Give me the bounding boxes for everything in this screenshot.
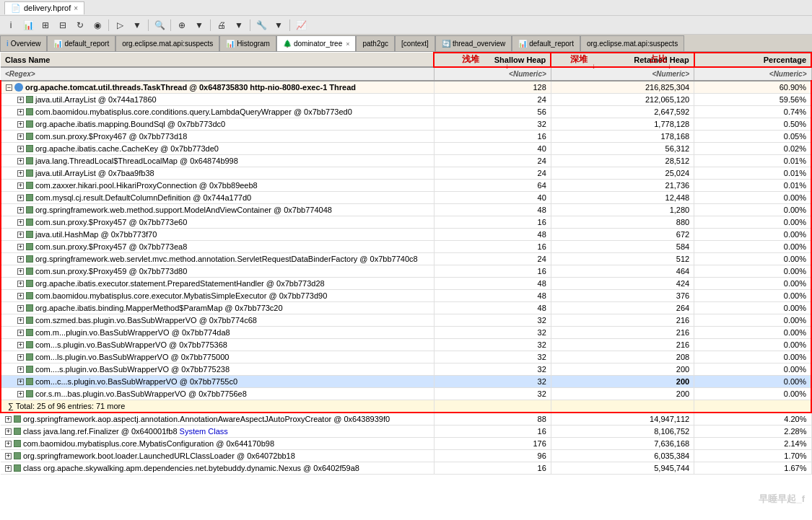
toolbar-dropdown1[interactable]: ▼: [129, 18, 145, 32]
toolbar-plus[interactable]: ⊕: [174, 18, 190, 32]
toolbar-dot[interactable]: ◉: [90, 18, 105, 32]
table-row[interactable]: ∑ Total: 25 of 96 entries: 71 more: [1, 400, 811, 413]
col-shallow-heap[interactable]: Shallow Heap: [434, 53, 551, 67]
toolbar-play[interactable]: ▷: [112, 18, 128, 32]
expand-icon[interactable]: +: [17, 232, 24, 238]
expand-icon[interactable]: +: [17, 133, 24, 140]
expand-icon[interactable]: +: [17, 305, 24, 312]
table-row[interactable]: +class org.apache.skywalking.apm.depende…: [1, 462, 811, 475]
expand-icon[interactable]: +: [17, 354, 24, 361]
sep5: [250, 19, 250, 31]
collapse-icon[interactable]: −: [6, 84, 12, 91]
table-row[interactable]: +org.springframework.boot.loader.Launche…: [1, 450, 811, 462]
table-row[interactable]: +java.util.ArrayList @ 0x744a1786024212,…: [1, 94, 811, 106]
table-row[interactable]: +cor.s.m...bas.plugin.vo.BasSubWrapperVO…: [1, 388, 811, 400]
tab-default-report[interactable]: 📊 default_report: [47, 35, 115, 51]
toolbar-grid[interactable]: ⊞: [38, 18, 53, 32]
table-row[interactable]: +java.util.HashMap @ 0x7bb773f70486720.0…: [1, 229, 811, 241]
expand-icon[interactable]: +: [17, 182, 24, 189]
toolbar-minus[interactable]: ⊟: [55, 18, 71, 32]
table-row[interactable]: −org.apache.tomcat.util.threads.TaskThre…: [1, 81, 811, 94]
table-row[interactable]: +org.apache.ibatis.cache.CacheKey @ 0x7b…: [1, 143, 811, 155]
expand-icon[interactable]: +: [17, 317, 24, 324]
expand-icon[interactable]: +: [5, 416, 12, 423]
table-row[interactable]: +com.baomidou.mybatisplus.core.condition…: [1, 106, 811, 118]
table-row[interactable]: +com.baomidou.mybatisplus.core.MybatisCo…: [1, 438, 811, 450]
expand-icon[interactable]: +: [17, 207, 24, 213]
tab-suspects1[interactable]: org.eclipse.mat.api:suspects: [115, 35, 219, 51]
table-row[interactable]: +org.apache.ibatis.mapping.BoundSql @ 0x…: [1, 118, 811, 131]
row-class-name: com....s.plugin.vo.BasSubWrapperVO @ 0x7…: [35, 365, 230, 374]
table-row[interactable]: +org.springframework.web.servlet.mvc.met…: [1, 253, 811, 265]
expand-icon[interactable]: +: [17, 219, 24, 226]
table-row[interactable]: +com.szmed.bas.plugin.vo.BasSubWrapperVO…: [1, 314, 811, 327]
tab-suspects2[interactable]: org.eclipse.mat.api:suspects: [580, 35, 684, 51]
table-row[interactable]: +org.springframework.aop.aspectj.annotat…: [1, 413, 811, 426]
expand-icon[interactable]: +: [17, 170, 24, 177]
tab-thread-overview[interactable]: 🔄 thread_overview: [435, 35, 512, 51]
table-row[interactable]: +com.sun.proxy.$Proxy459 @ 0x7bb773d8016…: [1, 265, 811, 278]
toolbar-info[interactable]: i: [3, 18, 19, 32]
toolbar-dropdown4[interactable]: ▼: [271, 18, 287, 32]
toolbar-print[interactable]: 🖨: [214, 18, 230, 32]
tab-path2gc[interactable]: path2gc: [356, 35, 395, 51]
expand-icon[interactable]: +: [17, 293, 24, 299]
expand-icon[interactable]: +: [17, 391, 24, 397]
table-row[interactable]: +com.sun.proxy.$Proxy457 @ 0x7bb773ea816…: [1, 241, 811, 253]
expand-icon[interactable]: +: [17, 158, 24, 164]
toolbar-dropdown3[interactable]: ▼: [231, 18, 247, 32]
expand-icon[interactable]: +: [17, 256, 24, 263]
expand-icon[interactable]: +: [5, 453, 12, 459]
tab-histogram[interactable]: 📊 Histogram: [219, 35, 276, 51]
expand-icon[interactable]: +: [5, 441, 12, 447]
toolbar-dropdown2[interactable]: ▼: [191, 18, 207, 32]
expand-icon[interactable]: +: [17, 281, 24, 287]
table-row[interactable]: +java.util.ArrayList @ 0x7baa9fb382425,0…: [1, 167, 811, 180]
table-row[interactable]: +com.mysql.cj.result.DefaultColumnDefini…: [1, 192, 811, 204]
col-retained-heap[interactable]: Retained Heap: [551, 53, 694, 67]
expand-icon[interactable]: +: [17, 97, 24, 103]
toolbar-chart[interactable]: 📈: [293, 18, 309, 32]
table-row[interactable]: +org.apache.ibatis.executor.statement.Pr…: [1, 278, 811, 290]
expand-icon[interactable]: +: [17, 366, 24, 373]
expand-icon[interactable]: +: [17, 195, 24, 201]
tab-dominator-tree[interactable]: 🌲 dominator_tree ×: [276, 35, 357, 51]
table-row[interactable]: +com.zaxxer.hikari.pool.HikariProxyConne…: [1, 180, 811, 192]
table-row[interactable]: +org.springframework.web.method.support.…: [1, 204, 811, 216]
expand-icon[interactable]: +: [17, 330, 24, 336]
table-row[interactable]: +com...c...s.plugin.vo.BasSubWrapperVO @…: [1, 376, 811, 388]
table-row[interactable]: +org.apache.ibatis.binding.MapperMethod$…: [1, 302, 811, 314]
table-container[interactable]: Class Name Shallow Heap Retained Heap Pe…: [0, 52, 812, 520]
expand-icon[interactable]: +: [17, 109, 24, 115]
expand-icon[interactable]: +: [5, 428, 12, 435]
table-row[interactable]: +com...ls.plugin.vo.BasSubWrapperVO @ 0x…: [1, 351, 811, 363]
expand-icon[interactable]: +: [17, 268, 24, 275]
toolbar-search[interactable]: 🔍: [152, 18, 167, 32]
col-percentage[interactable]: Percentage: [694, 53, 811, 67]
expand-icon[interactable]: +: [5, 465, 12, 472]
toolbar-bar-chart[interactable]: 📊: [20, 18, 36, 32]
tab-overview[interactable]: i Overview: [0, 35, 47, 51]
toolbar-refresh[interactable]: ↻: [72, 18, 88, 32]
table-row[interactable]: +com...s.plugin.vo.BasSubWrapperVO @ 0x7…: [1, 339, 811, 351]
tab-dominator-close[interactable]: ×: [346, 40, 349, 48]
expand-icon[interactable]: +: [17, 146, 24, 152]
table-row[interactable]: +com.sun.proxy.$Proxy467 @ 0x7bb773d1816…: [1, 131, 811, 143]
table-row[interactable]: +class java.lang.ref.Finalizer @ 0x64000…: [1, 426, 811, 438]
toolbar-settings[interactable]: 🔧: [253, 18, 269, 32]
expand-icon[interactable]: +: [17, 121, 24, 128]
table-row[interactable]: +com.sun.proxy.$Proxy457 @ 0x7bb773e6016…: [1, 216, 811, 229]
table-row[interactable]: +com....s.plugin.vo.BasSubWrapperVO @ 0x…: [1, 363, 811, 376]
file-tab[interactable]: 📄 delivery.hprof ×: [4, 1, 84, 14]
expand-icon[interactable]: +: [17, 379, 24, 385]
tab-context[interactable]: [context]: [395, 35, 435, 51]
row-name-cell: +org.springframework.boot.loader.Launche…: [1, 450, 434, 462]
tab-default-report2[interactable]: 📊 default_report: [512, 35, 580, 51]
table-row[interactable]: +com.baomidou.mybatisplus.core.executor.…: [1, 290, 811, 302]
table-row[interactable]: +java.lang.ThreadLocal$ThreadLocalMap @ …: [1, 155, 811, 167]
expand-icon[interactable]: +: [17, 342, 24, 348]
expand-icon[interactable]: +: [17, 244, 24, 250]
col-class-name[interactable]: Class Name: [1, 53, 434, 67]
file-close[interactable]: ×: [74, 4, 78, 12]
table-row[interactable]: +com.m...plugin.vo.BasSubWrapperVO @ 0x7…: [1, 327, 811, 339]
